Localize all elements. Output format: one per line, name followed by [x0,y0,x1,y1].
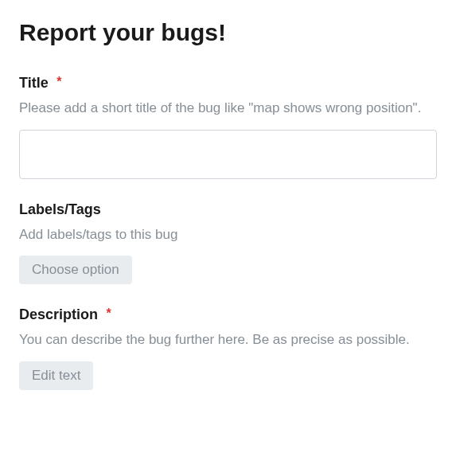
labels-label: Labels/Tags [19,201,101,218]
labels-field-group: Labels/Tags Add labels/tags to this bug … [19,201,437,285]
description-description: You can describe the bug further here. B… [19,330,437,350]
description-label: Description [19,306,98,323]
required-asterisk-icon: * [106,306,111,320]
title-field-group: Title * Please add a short title of the … [19,75,437,179]
required-asterisk-icon: * [57,75,61,88]
choose-option-button[interactable]: Choose option [19,256,132,284]
description-field-group: Description * You can describe the bug f… [19,306,437,390]
title-description: Please add a short title of the bug like… [19,98,437,119]
title-label: Title [19,75,49,92]
page-title: Report your bugs! [19,19,437,46]
title-input[interactable] [19,130,437,179]
edit-text-button[interactable]: Edit text [19,361,93,390]
labels-description: Add labels/tags to this bug [19,224,437,245]
